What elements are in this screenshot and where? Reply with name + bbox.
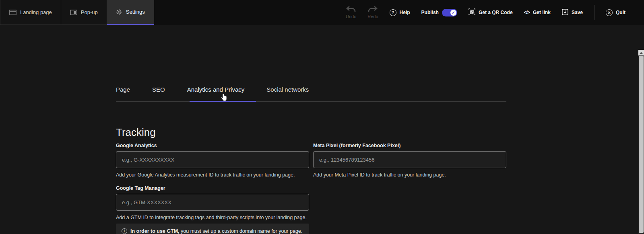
tab-page[interactable]: Page [116, 86, 130, 93]
settings-page: Page SEO Analytics and Privacy Social ne… [0, 25, 644, 234]
publish-control: Publish ✓ [421, 9, 457, 16]
google-tag-manager-field-group: Google Tag Manager Add a GTM ID to integ… [116, 185, 309, 220]
meta-pixel-label: Meta Pixel (formerly Facebook Pixel) [313, 143, 506, 148]
gear-icon [116, 9, 122, 15]
topbar-actions: Undo Redo ? Help Publish ✓ [346, 0, 644, 25]
meta-pixel-input[interactable] [313, 151, 506, 168]
quit-icon: ✕ [606, 9, 613, 16]
editor-mode-tabs: Landing page Pop-up Settings [0, 0, 154, 25]
topbar-divider [594, 5, 594, 20]
scrollbar-thumb[interactable] [639, 56, 644, 233]
code-brackets-icon: </> [524, 10, 530, 15]
get-qr-code-button[interactable]: Get a QR Code [469, 8, 513, 16]
tab-landing-page-label: Landing page [20, 9, 52, 15]
google-tag-manager-label: Google Tag Manager [116, 185, 309, 191]
help-button[interactable]: ? Help [390, 9, 410, 16]
get-link-button[interactable]: </> Get link [524, 10, 551, 15]
help-label: Help [400, 10, 410, 15]
save-label: Save [572, 10, 583, 15]
quit-button[interactable]: ✕ Quit [606, 9, 625, 16]
gtm-domain-notice: i In order to use GTM, you must set up a… [116, 224, 309, 234]
google-tag-manager-help-text: Add a GTM ID to integrate tracking tags … [116, 215, 309, 220]
tab-settings[interactable]: Settings [107, 0, 154, 25]
meta-pixel-field-group: Meta Pixel (formerly Facebook Pixel) Add… [313, 143, 506, 178]
tab-social-networks[interactable]: Social networks [266, 86, 309, 93]
quit-label: Quit [616, 10, 625, 15]
undo-button[interactable]: Undo [346, 6, 356, 19]
publish-toggle[interactable]: ✓ [442, 9, 457, 16]
publish-label: Publish [421, 10, 439, 15]
get-link-label: Get link [533, 10, 551, 15]
tab-popup[interactable]: Pop-up [61, 0, 107, 25]
google-analytics-help-text: Add your Google Analytics measurement ID… [116, 172, 309, 178]
publish-toggle-check-icon: ✓ [450, 10, 456, 16]
landing-page-icon [9, 10, 17, 15]
redo-button[interactable]: Redo [367, 6, 378, 19]
tab-analytics-privacy[interactable]: Analytics and Privacy [187, 86, 245, 93]
section-title: Tracking [116, 126, 156, 139]
vertical-scrollbar [638, 50, 644, 234]
popup-icon [70, 10, 77, 15]
tab-seo[interactable]: SEO [152, 86, 165, 93]
undo-label: Undo [346, 14, 356, 19]
mouse-cursor-icon [221, 93, 227, 103]
gtm-notice-bold: In order to use GTM, [130, 228, 180, 234]
gtm-notice-text: In order to use GTM, you must set up a c… [130, 228, 302, 234]
undo-icon [346, 6, 356, 13]
tabs-baseline-divider [116, 101, 506, 102]
meta-pixel-help-text: Add your Meta Pixel ID to track traffic … [313, 172, 506, 178]
tab-popup-label: Pop-up [81, 9, 98, 15]
tab-landing-page[interactable]: Landing page [0, 0, 61, 25]
gtm-notice-rest: you must set up a custom domain name for… [180, 228, 303, 234]
get-qr-code-label: Get a QR Code [479, 10, 513, 15]
save-button[interactable]: Save [562, 9, 583, 16]
google-tag-manager-input[interactable] [116, 194, 309, 211]
google-analytics-input[interactable] [116, 151, 309, 168]
redo-icon [368, 6, 378, 13]
help-icon: ? [390, 9, 396, 16]
scrollbar-up-arrow[interactable] [638, 50, 644, 55]
save-icon [562, 9, 568, 16]
settings-tabs: Page SEO Analytics and Privacy Social ne… [116, 86, 309, 93]
google-analytics-field-group: Google Analytics Add your Google Analyti… [116, 143, 309, 178]
tab-settings-label: Settings [126, 9, 145, 15]
redo-label: Redo [367, 14, 378, 19]
topbar: Landing page Pop-up Settings Undo Red [0, 0, 644, 25]
info-icon: i [122, 228, 127, 234]
qr-code-icon [469, 8, 475, 16]
google-analytics-label: Google Analytics [116, 143, 309, 148]
